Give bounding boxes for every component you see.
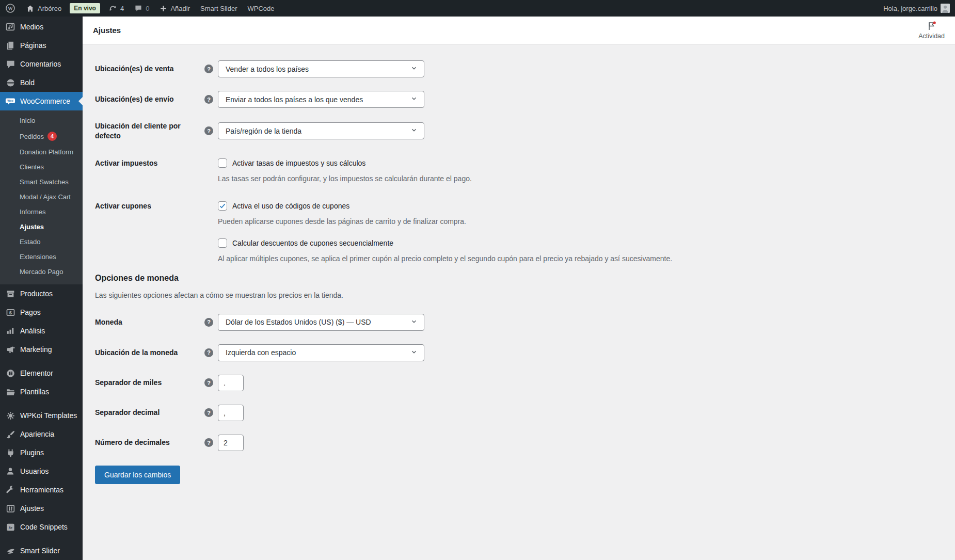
submenu-item-modal-ajax-cart[interactable]: Modal / Ajax Cart bbox=[0, 189, 83, 204]
updates-icon bbox=[108, 4, 117, 13]
number-of-decimals-field bbox=[218, 435, 943, 451]
chevron-down-icon bbox=[410, 65, 418, 73]
sidebar-item-ajustes-general[interactable]: Ajustes bbox=[0, 499, 83, 518]
comments-button[interactable]: 0 bbox=[129, 0, 154, 17]
submenu-item-mercado-pago[interactable]: Mercado Pago bbox=[0, 264, 83, 279]
tools-wrench-icon bbox=[5, 485, 15, 495]
sidebar-item-code-snippets[interactable]: /> Code Snippets bbox=[0, 518, 83, 536]
sidebar-item-label: Elementor bbox=[20, 369, 53, 377]
avatar bbox=[941, 4, 950, 13]
environment-badge: En vivo bbox=[70, 3, 100, 13]
menu-separator bbox=[0, 536, 83, 541]
help-icon[interactable] bbox=[204, 95, 213, 104]
submenu-item-extensiones[interactable]: Extensiones bbox=[0, 249, 83, 264]
sidebar-item-woocommerce[interactable]: Woo WooCommerce bbox=[0, 92, 83, 110]
users-icon bbox=[5, 466, 15, 476]
field-label: Número de decimales bbox=[95, 438, 204, 447]
submenu-item-informes[interactable]: Informes bbox=[0, 204, 83, 219]
currency-select[interactable]: Dólar de los Estados Unidos (US) ($) — U… bbox=[218, 314, 424, 331]
submenu-item-label: Inicio bbox=[20, 117, 35, 124]
smart-slider-toolbar-item[interactable]: Smart Slider bbox=[195, 0, 243, 17]
sidebar-item-paginas[interactable]: Páginas bbox=[0, 36, 83, 55]
sidebar-item-productos[interactable]: Productos bbox=[0, 284, 83, 303]
sidebar-item-pagos[interactable]: $ Pagos bbox=[0, 303, 83, 322]
submenu-item-pedidos[interactable]: Pedidos 4 bbox=[0, 128, 83, 145]
help-icon[interactable] bbox=[204, 348, 213, 357]
help-icon[interactable] bbox=[204, 65, 213, 73]
number-of-decimals-input[interactable] bbox=[218, 435, 244, 451]
help-icon[interactable] bbox=[204, 408, 213, 417]
sidebar-item-analisis[interactable]: Análisis bbox=[0, 322, 83, 340]
currency-position-select[interactable]: Izquierda con espacio bbox=[218, 344, 424, 361]
selling-location-select[interactable]: Vender a todos los países bbox=[218, 60, 424, 77]
enable-coupons-checkbox[interactable] bbox=[218, 201, 227, 211]
enable-taxes-checkbox[interactable] bbox=[218, 158, 227, 168]
admin-sidebar: Medios Páginas Comentarios Bold bbox=[0, 17, 83, 560]
sidebar-item-usuarios[interactable]: Usuarios bbox=[0, 462, 83, 481]
wpcode-toolbar-item[interactable]: WPCode bbox=[243, 0, 280, 17]
help-icon[interactable] bbox=[204, 126, 213, 135]
submenu-item-estado[interactable]: Estado bbox=[0, 234, 83, 249]
sidebar-item-marketing[interactable]: Marketing bbox=[0, 340, 83, 359]
sidebar-item-label: Ajustes bbox=[20, 504, 44, 513]
submenu-item-clientes[interactable]: Clientes bbox=[0, 159, 83, 174]
sidebar-item-bold[interactable]: Bold bbox=[0, 73, 83, 92]
sidebar-item-wpkoi-templates[interactable]: WPKoi Templates bbox=[0, 406, 83, 425]
sequential-coupons-option: Calcular descuentos de cupones secuencia… bbox=[218, 238, 943, 248]
submenu-item-donation-platform[interactable]: Donation Platform bbox=[0, 145, 83, 159]
site-name-link[interactable]: Arbóreo bbox=[21, 0, 67, 17]
appearance-brush-icon bbox=[5, 429, 15, 439]
pages-icon bbox=[5, 40, 15, 51]
flag-icon bbox=[927, 21, 937, 32]
decimal-separator-field bbox=[218, 405, 943, 421]
submenu-item-inicio[interactable]: Inicio bbox=[0, 113, 83, 128]
lower-layout: Medios Páginas Comentarios Bold bbox=[0, 17, 955, 560]
help-icon[interactable] bbox=[204, 378, 213, 387]
help-icon[interactable] bbox=[204, 318, 213, 327]
field-label: Ubicación(es) de envío bbox=[95, 94, 204, 104]
default-customer-location-select[interactable]: País/región de la tienda bbox=[218, 122, 424, 139]
sidebar-item-label: Bold bbox=[20, 78, 35, 87]
sidebar-item-label: Páginas bbox=[20, 41, 46, 50]
submenu-item-label: Mercado Pago bbox=[20, 268, 63, 276]
analytics-icon bbox=[5, 326, 15, 336]
currency-section-subtitle: Las siguientes opciones afectan a cómo s… bbox=[95, 291, 943, 299]
admin-bar-left: W Arbóreo En vivo 4 0 bbox=[0, 0, 280, 17]
submenu-item-smart-swatches[interactable]: Smart Swatches bbox=[0, 174, 83, 189]
sidebar-item-comentarios[interactable]: Comentarios bbox=[0, 55, 83, 73]
activity-panel-button[interactable]: Actividad bbox=[914, 19, 949, 42]
svg-text:W: W bbox=[8, 6, 13, 11]
save-changes-button[interactable]: Guardar los cambios bbox=[95, 466, 180, 484]
sidebar-item-label: Smart Slider bbox=[20, 547, 60, 555]
sidebar-item-medios[interactable]: Medios bbox=[0, 18, 83, 36]
select-value: Enviar a todos los países a los que vend… bbox=[226, 95, 363, 104]
settings-sliders-icon bbox=[5, 503, 15, 514]
elementor-icon bbox=[5, 368, 15, 378]
sidebar-item-elementor[interactable]: Elementor bbox=[0, 364, 83, 382]
new-content-button[interactable]: Añadir bbox=[154, 0, 195, 17]
menu-separator bbox=[0, 359, 83, 364]
field-label: Separador de miles bbox=[95, 378, 204, 388]
decimal-separator-input[interactable] bbox=[218, 405, 244, 421]
sequential-coupons-checkbox[interactable] bbox=[218, 238, 227, 248]
comments-count: 0 bbox=[146, 5, 149, 12]
products-icon bbox=[5, 289, 15, 299]
templates-folder-icon bbox=[5, 387, 15, 397]
help-icon[interactable] bbox=[204, 438, 213, 447]
sidebar-item-smart-slider[interactable]: Smart Slider bbox=[0, 541, 83, 560]
updates-button[interactable]: 4 bbox=[103, 0, 129, 17]
shipping-location-select[interactable]: Enviar a todos los países a los que vend… bbox=[218, 91, 424, 108]
wordpress-logo-button[interactable]: W bbox=[0, 0, 21, 17]
chevron-down-icon bbox=[410, 348, 418, 357]
sidebar-item-plantillas[interactable]: Plantillas bbox=[0, 382, 83, 401]
sidebar-item-herramientas[interactable]: Herramientas bbox=[0, 481, 83, 499]
account-menu[interactable]: Hola, jorge.carrillo bbox=[878, 0, 955, 17]
select-value: Dólar de los Estados Unidos (US) ($) — U… bbox=[226, 318, 371, 326]
select-value: Izquierda con espacio bbox=[226, 348, 296, 357]
sidebar-item-apariencia[interactable]: Apariencia bbox=[0, 425, 83, 443]
submenu-item-ajustes[interactable]: Ajustes bbox=[0, 219, 83, 234]
sidebar-item-plugins[interactable]: Plugins bbox=[0, 443, 83, 462]
thousand-separator-input[interactable] bbox=[218, 375, 244, 391]
field-label: Activar cupones bbox=[95, 201, 204, 211]
chevron-down-icon bbox=[410, 318, 418, 327]
